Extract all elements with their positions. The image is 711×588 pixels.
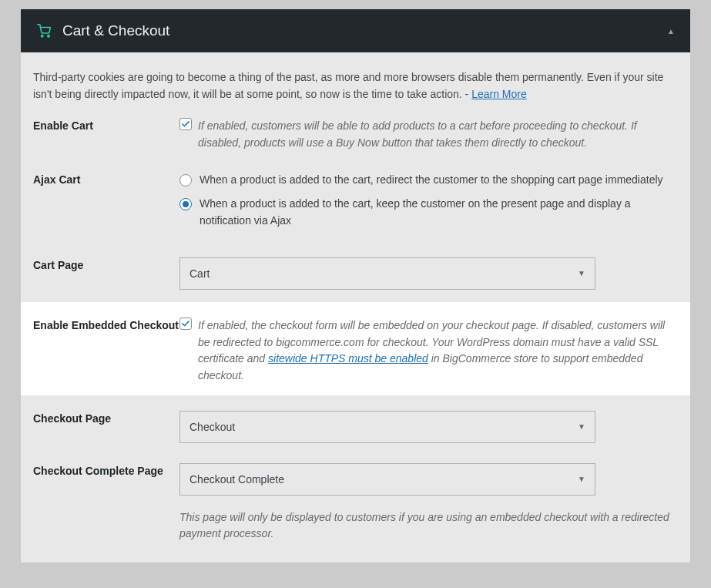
chevron-down-icon: ▼ [578, 269, 585, 277]
cart-page-select[interactable]: Cart ▼ [179, 257, 595, 290]
ajax-stay-radio[interactable] [179, 198, 192, 210]
row-checkout-page: Checkout Page Checkout ▼ [29, 403, 682, 448]
chevron-down-icon: ▼ [578, 475, 585, 483]
embedded-label: Enable Embedded Checkout [33, 318, 179, 385]
ajax-redirect-radio[interactable] [179, 174, 192, 186]
panel-body: Third-party cookies are going to become … [21, 52, 690, 556]
checkout-page-label: Checkout Page [33, 411, 179, 443]
enable-cart-desc: If enabled, customers will be able to ad… [198, 118, 678, 151]
ajax-opt2-text: When a product is added to the cart, kee… [200, 196, 678, 229]
svg-point-0 [42, 35, 43, 37]
intro-copy: Third-party cookies are going to become … [33, 71, 663, 100]
row-embedded-checkout: Enable Embedded Checkout If enabled, the… [21, 302, 690, 395]
learn-more-link[interactable]: Learn More [471, 88, 527, 100]
complete-page-label: Checkout Complete Page [33, 463, 179, 543]
row-ajax-cart: Ajax Cart When a product is added to the… [29, 156, 682, 242]
row-complete-page: Checkout Complete Page Checkout Complete… [29, 448, 682, 547]
collapse-icon[interactable]: ▲ [667, 27, 675, 35]
panel-title: Cart & Checkout [62, 22, 667, 39]
row-enable-cart: Enable Cart If enabled, customers will b… [29, 102, 682, 156]
settings-panel: Cart & Checkout ▲ Third-party cookies ar… [21, 9, 690, 563]
https-link[interactable]: sitewide HTTPS must be enabled [268, 352, 428, 365]
intro-text: Third-party cookies are going to become … [29, 69, 682, 102]
panel-header[interactable]: Cart & Checkout ▲ [21, 9, 690, 52]
complete-page-note: This page will only be displayed to cust… [179, 509, 678, 543]
ajax-cart-label: Ajax Cart [33, 172, 179, 237]
cart-icon [36, 24, 52, 38]
cart-page-label: Cart Page [33, 257, 179, 290]
complete-page-value: Checkout Complete [189, 473, 284, 486]
chevron-down-icon: ▼ [578, 422, 585, 431]
embedded-checkbox[interactable] [179, 318, 192, 330]
embedded-desc: If enabled, the checkout form will be em… [198, 318, 678, 385]
ajax-opt1-text: When a product is added to the cart, red… [200, 172, 663, 189]
svg-point-1 [48, 35, 49, 37]
enable-cart-checkbox[interactable] [179, 118, 192, 130]
checkout-page-value: Checkout [189, 421, 235, 433]
complete-page-select[interactable]: Checkout Complete ▼ [179, 463, 595, 496]
cart-page-value: Cart [189, 267, 210, 280]
row-cart-page: Cart Page Cart ▼ [29, 242, 682, 294]
enable-cart-label: Enable Cart [33, 118, 179, 151]
checkout-page-select[interactable]: Checkout ▼ [179, 411, 595, 443]
